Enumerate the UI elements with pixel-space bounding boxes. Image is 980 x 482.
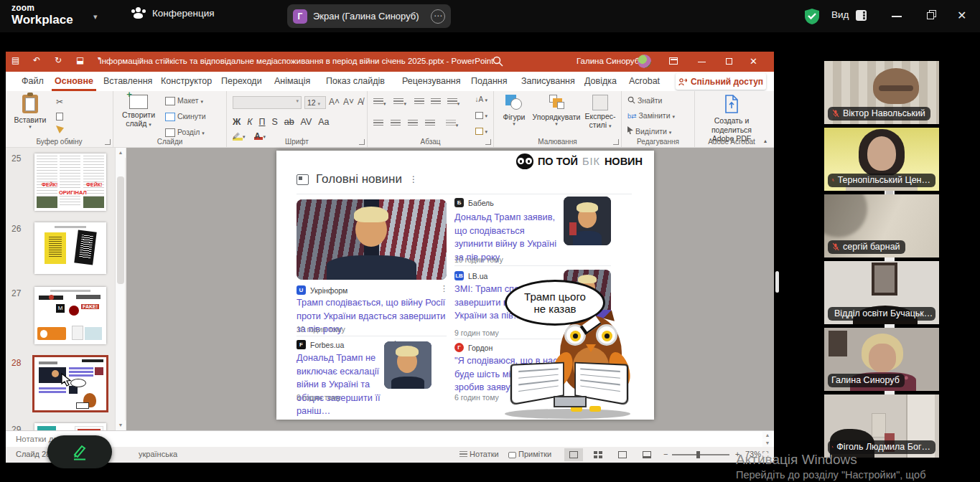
comments-toggle[interactable]: Примітки — [508, 450, 551, 458]
format-painter-icon[interactable] — [56, 126, 64, 136]
participant-tile[interactable]: Відділ освіти Бучацьк… — [824, 261, 939, 324]
paragraph-dialog-launcher[interactable] — [485, 139, 491, 145]
annotation-pencil-button[interactable] — [47, 435, 112, 468]
tab-animations[interactable]: Анімація — [274, 76, 310, 86]
notes-scroll-up-icon[interactable]: ▲ — [762, 432, 773, 439]
view-button[interactable]: Вид — [831, 9, 849, 20]
align-text-icon[interactable]: ▾ — [475, 111, 487, 119]
arrange-button[interactable]: Упорядкувати ▾ — [531, 95, 582, 127]
tab-slideshow[interactable]: Показ слайдів — [326, 76, 385, 86]
normal-view-button[interactable] — [564, 448, 583, 461]
meeting-tab[interactable]: Конференция — [131, 7, 215, 19]
ppt-minimize-button[interactable] — [696, 56, 708, 67]
select-button[interactable]: Виділити ▾ — [627, 126, 671, 136]
clear-format-icon[interactable]: A̸ — [358, 97, 363, 107]
tab-acrobat[interactable]: Acrobat — [629, 76, 660, 86]
numbering-icon[interactable] — [393, 98, 403, 105]
bullets-icon[interactable] — [373, 98, 383, 105]
search-icon[interactable] — [493, 56, 503, 67]
ppt-restore-button[interactable] — [724, 56, 735, 67]
security-shield-icon[interactable] — [805, 9, 819, 24]
drawing-dialog-launcher[interactable] — [613, 139, 619, 145]
slide-thumbnail-27[interactable]: M FAKE! — [34, 287, 106, 344]
ribbon-display-options-icon[interactable] — [668, 56, 679, 67]
text-direction-icon[interactable]: ↓A ▾ — [475, 95, 487, 103]
copy-icon[interactable] — [56, 111, 63, 121]
decrease-font-icon[interactable]: A˅ — [343, 97, 354, 107]
collapse-ribbon-icon[interactable]: ▴ — [764, 138, 767, 144]
slide-thumbnail-26[interactable] — [34, 222, 106, 274]
language-indicator[interactable]: українська — [139, 450, 177, 458]
tab-home[interactable]: Основне — [55, 76, 93, 86]
participant-tile[interactable]: сергій барнай — [824, 194, 939, 257]
align-center-icon[interactable] — [391, 120, 401, 127]
italic-button[interactable]: К — [247, 117, 252, 127]
ppt-close-button[interactable]: ✕ — [750, 56, 761, 67]
tab-recording[interactable]: Записування — [521, 76, 575, 86]
participant-tile[interactable]: Фіголь Людмила Бог… — [824, 394, 939, 458]
find-button[interactable]: Знайти — [627, 96, 662, 105]
create-pdf-button[interactable]: Создать и поделиться Adobe PDF — [695, 95, 768, 143]
change-case-button[interactable]: Aa — [318, 117, 329, 127]
account-name[interactable]: Галина Синоруб — [577, 57, 639, 65]
align-right-icon[interactable] — [408, 120, 418, 127]
zoom-slider-handle[interactable] — [696, 451, 700, 458]
thumb-scroll-up-icon[interactable]: ▲ — [116, 148, 126, 158]
slide-canvas[interactable]: ПО ТОЙ БІК НОВИН Головні новини ⋮ — [276, 151, 654, 420]
shadow-button[interactable]: S — [271, 117, 277, 127]
tab-view[interactable]: Подання — [471, 76, 507, 86]
notes-scrollbar[interactable]: ▲ ▼ — [762, 432, 773, 447]
sidebar-splitter[interactable] — [775, 271, 779, 293]
notes-pane[interactable]: Нотатки до слайда ▲ ▼ — [6, 430, 774, 447]
font-name-input[interactable]: ▾ — [233, 96, 302, 109]
participant-tile[interactable]: Тернопільський Цен… — [824, 128, 939, 191]
align-left-icon[interactable] — [373, 120, 383, 127]
tab-help[interactable]: Довідка — [584, 76, 617, 86]
increase-indent-icon[interactable] — [431, 98, 441, 105]
tab-insert[interactable]: Вставлення — [103, 76, 152, 86]
smartart-icon[interactable]: ▾ — [475, 127, 487, 135]
strikethrough-button[interactable]: ab — [284, 117, 294, 127]
slideshow-view-button[interactable] — [638, 448, 656, 461]
line-spacing-icon[interactable] — [447, 98, 457, 105]
font-dialog-launcher[interactable] — [359, 139, 365, 145]
thumbnail-scrollbar[interactable]: ▲ ▼ — [115, 148, 125, 430]
reading-view-button[interactable] — [613, 448, 632, 461]
shapes-button[interactable]: Фігури ▾ — [498, 95, 530, 127]
tab-file[interactable]: Файл — [22, 76, 44, 86]
participant-tile[interactable]: Віктор Навольський — [824, 61, 939, 124]
participant-tile-active-speaker[interactable]: Галина Синоруб — [824, 328, 939, 391]
font-size-input[interactable]: 12 ▾ — [304, 96, 326, 109]
notes-toggle[interactable]: Нотатки — [459, 450, 499, 458]
clipboard-dialog-launcher[interactable] — [105, 139, 111, 145]
paste-button[interactable]: Вставити ▾ — [13, 95, 47, 130]
tab-transitions[interactable]: Переходи — [221, 76, 262, 86]
quick-styles-button[interactable]: Експрес- стилі ▾ — [582, 95, 619, 129]
slide-thumbnail-25[interactable]: ФЕЙК! ОРИГІНАЛ ФЕЙК! — [34, 153, 106, 211]
tab-design[interactable]: Конструктор — [161, 76, 212, 86]
section-button[interactable]: Розділ ▾ — [165, 128, 205, 137]
notes-scroll-down-icon[interactable]: ▼ — [762, 440, 773, 447]
zoom-restore-button[interactable] — [925, 9, 939, 23]
underline-button[interactable]: П — [259, 117, 266, 127]
justify-icon[interactable] — [425, 120, 435, 127]
cut-icon[interactable]: ✂ — [56, 97, 63, 107]
zoom-out-button[interactable]: − — [663, 450, 668, 458]
screen-share-tab[interactable]: Г Экран (Галина Синоруб) ⋯ — [287, 4, 451, 28]
bold-button[interactable]: Ж — [233, 117, 241, 127]
slide-sorter-view-button[interactable] — [589, 448, 607, 461]
share-button[interactable]: Спільний доступ — [676, 73, 766, 90]
columns-icon[interactable] — [446, 120, 456, 127]
decrease-indent-icon[interactable] — [414, 98, 424, 105]
thumb-scroll-down-icon[interactable]: ▼ — [116, 420, 126, 430]
gallery-view-icon[interactable] — [856, 10, 867, 21]
new-slide-button[interactable]: + Створити слайд ▾ — [118, 95, 159, 128]
char-spacing-button[interactable]: AV — [301, 117, 312, 127]
zoom-close-button[interactable]: ✕ — [957, 9, 971, 23]
zoom-slider[interactable] — [672, 454, 729, 455]
replace-button[interactable]: b⇄ Замінити ▾ — [627, 111, 675, 120]
layout-button[interactable]: Макет ▾ — [165, 96, 203, 105]
more-options-icon[interactable]: ⋯ — [431, 9, 445, 24]
tab-review[interactable]: Рецензування — [402, 76, 460, 86]
chevron-down-icon[interactable]: ▾ — [93, 12, 98, 22]
